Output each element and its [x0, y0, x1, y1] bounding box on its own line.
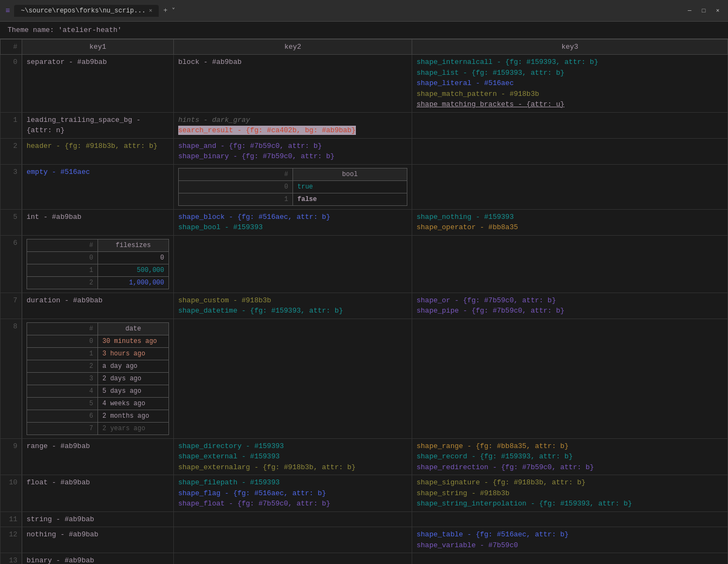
col-header-index: # [1, 40, 22, 55]
inner-cell-true: true [293, 180, 407, 193]
cell-key3-7: shape_or - {fg: #7b59c0, attr: b} shape_… [412, 293, 728, 319]
cell-key1-5: int - #ab9bab [22, 209, 174, 235]
cell-key1-7: duration - #ab9bab [22, 293, 174, 319]
table-row: 11 string - #ab9bab [1, 511, 728, 527]
cell-key2-8 [174, 319, 412, 438]
cell-key1-3: empty - #516aec [22, 164, 174, 209]
row-num: 1 [1, 112, 22, 138]
cell-key2-1: hints - dark_gray search_result - {fg: #… [174, 112, 412, 138]
new-tab-icon[interactable]: + [163, 7, 167, 15]
cell-key2-9: shape_directory - #159393 shape_external… [174, 438, 412, 475]
cell-key1-1: leading_trailing_space_bg - {attr: n} [22, 112, 174, 138]
inner-col-date: date [98, 322, 169, 335]
table-row: 6 # filesizes 0 0 [1, 235, 728, 293]
cell-key1-10: float - #ab9bab [22, 475, 174, 512]
cell-key3-2 [412, 138, 728, 164]
inner-col-num: # [27, 322, 98, 335]
cell-key3-1 [412, 112, 728, 138]
inner-row-num: 2 [27, 276, 98, 289]
cell-key3-6 [412, 235, 728, 293]
inner-table-row: 1 false [179, 193, 407, 205]
inner-row-num: 0 [179, 180, 293, 193]
inner-table-row: 0 30 minutes ago [27, 335, 169, 347]
cell-key3-10: shape_signature - {fg: #918b3b, attr: b}… [412, 475, 728, 512]
inner-table-row: 2 1,000,000 [27, 276, 169, 289]
cell-key2-6 [174, 235, 412, 293]
inner-cell-false: false [293, 193, 407, 205]
cell-key3-12: shape_table - {fg: #516aec, attr: b} sha… [412, 527, 728, 553]
cell-key1-11: string - #ab9bab [22, 511, 174, 527]
inner-table-row: 3 2 days ago [27, 372, 169, 385]
inner-table-row: 7 2 years ago [27, 422, 169, 435]
cell-key2-11 [174, 511, 412, 527]
inner-row-num: 1 [27, 264, 98, 276]
main-table: # key1 key2 key3 0 separator - #ab9bab b… [0, 39, 728, 564]
inner-table-row: 4 5 days ago [27, 385, 169, 397]
cell-key3-8 [412, 319, 728, 438]
cell-key2-0: block - #ab9bab [174, 55, 412, 113]
inner-cell-1m: 1,000,000 [98, 276, 169, 289]
tab-dropdown-icon[interactable]: ˅ [172, 7, 176, 15]
inner-table-row: 0 true [179, 180, 407, 193]
cell-key2-3: # bool 0 true 1 false [174, 164, 412, 209]
filesizes-inner-table: # filesizes 0 0 1 500,000 [27, 239, 169, 289]
cell-key1-0: separator - #ab9bab [22, 55, 174, 113]
table-row: 2 header - {fg: #918b3b, attr: b} shape_… [1, 138, 728, 164]
inner-cell-0: 0 [98, 251, 169, 264]
table-row: 8 # date 0 30 minutes ago [1, 319, 728, 438]
cell-key2-12 [174, 527, 412, 553]
cell-key1-12: nothing - #ab9bab [22, 527, 174, 553]
row-num: 8 [1, 319, 22, 438]
tab-nuscript[interactable]: ~\source\repos\forks\nu_scrip... × [14, 5, 159, 17]
col-header-key2: key2 [174, 40, 412, 55]
table-row: 10 float - #ab9bab shape_filepath - #159… [1, 475, 728, 512]
inner-row-num: 0 [27, 251, 98, 264]
cell-key2-5: shape_block - {fg: #516aec, attr: b} sha… [174, 209, 412, 235]
row-num: 11 [1, 511, 22, 527]
table-row: 3 empty - #516aec # bool 0 [1, 164, 728, 209]
col-header-key1: key1 [22, 40, 174, 55]
theme-name-line: Theme name: 'atelier-heath' [0, 22, 728, 38]
cell-key1-9: range - #ab9bab [22, 438, 174, 475]
inner-col-num: # [179, 168, 293, 180]
cell-key2-10: shape_filepath - #159393 shape_flag - {f… [174, 475, 412, 512]
maximize-button[interactable]: □ [699, 6, 708, 16]
date-inner-table: # date 0 30 minutes ago 1 3 hours [27, 322, 169, 435]
row-num: 13 [1, 553, 22, 565]
row-num: 10 [1, 475, 22, 512]
table-row: 0 separator - #ab9bab block - #ab9bab sh… [1, 55, 728, 113]
row-num: 2 [1, 138, 22, 164]
inner-table-row: 0 0 [27, 251, 169, 264]
cell-key3-5: shape_nothing - #159393 shape_operator -… [412, 209, 728, 235]
inner-table-row: 1 500,000 [27, 264, 169, 276]
table-row: 13 binary - #ab9bab [1, 553, 728, 565]
inner-row-num: 1 [179, 193, 293, 205]
cell-key1-6: # filesizes 0 0 1 500,000 [22, 235, 174, 293]
minimize-button[interactable]: ─ [685, 6, 694, 16]
inner-table-row: 6 2 months ago [27, 410, 169, 422]
cell-key2-2: shape_and - {fg: #7b59c0, attr: b} shape… [174, 138, 412, 164]
row-num: 12 [1, 527, 22, 553]
row-num: 5 [1, 209, 22, 235]
cell-key3-13 [412, 553, 728, 565]
close-window-button[interactable]: × [713, 6, 723, 16]
cell-key3-3 [412, 164, 728, 209]
inner-col-bool: bool [293, 168, 407, 180]
row-num: 0 [1, 55, 22, 113]
cell-key2-7: shape_custom - #918b3b shape_datetime - … [174, 293, 412, 319]
tab-label: ~\source\repos\forks\nu_scrip... [21, 7, 145, 15]
cell-key1-8: # date 0 30 minutes ago 1 3 hours [22, 319, 174, 438]
row-num: 3 [1, 164, 22, 209]
inner-table-row: 1 3 hours ago [27, 347, 169, 360]
table-row: 5 int - #ab9bab shape_block - {fg: #516a… [1, 209, 728, 235]
cell-key1-2: header - {fg: #918b3b, attr: b} [22, 138, 174, 164]
cell-key3-9: shape_range - {fg: #bb8a35, attr: b} sha… [412, 438, 728, 475]
title-bar: ≡ ~\source\repos\forks\nu_scrip... × + ˅… [0, 0, 728, 22]
row-num: 7 [1, 293, 22, 319]
cell-key3-0: shape_internalcall - {fg: #159393, attr:… [412, 55, 728, 113]
row-num: 6 [1, 235, 22, 293]
row-num: 9 [1, 438, 22, 475]
table-row: 7 duration - #ab9bab shape_custom - #918… [1, 293, 728, 319]
inner-table-row: 5 4 weeks ago [27, 397, 169, 410]
tab-close-icon[interactable]: × [149, 8, 153, 14]
